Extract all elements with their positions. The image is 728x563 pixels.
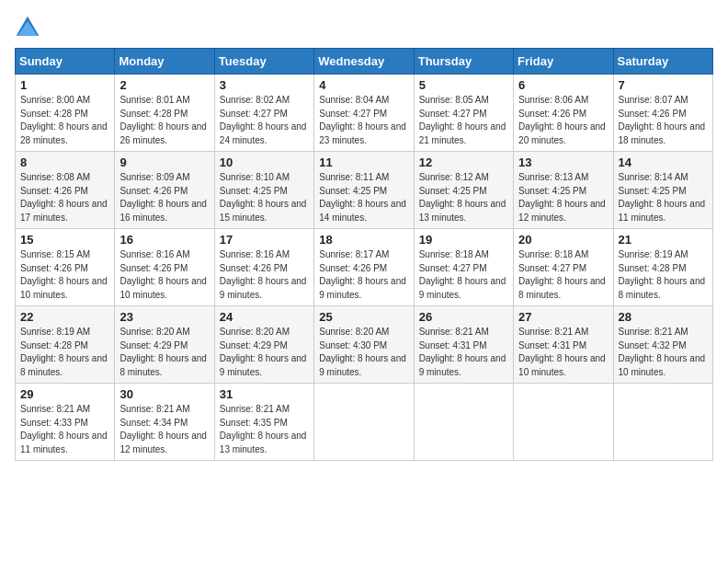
calendar-cell: 26Sunrise: 8:21 AMSunset: 4:31 PMDayligh… [414,306,513,384]
calendar-table: SundayMondayTuesdayWednesdayThursdayFrid… [15,48,713,461]
day-number: 23 [119,310,209,324]
day-info: Sunrise: 8:07 AMSunset: 4:26 PMDaylight:… [619,94,708,147]
calendar-cell [514,384,613,461]
day-info: Sunrise: 8:21 AMSunset: 4:31 PMDaylight:… [419,326,508,379]
calendar-cell: 3Sunrise: 8:02 AMSunset: 4:27 PMDaylight… [214,75,313,152]
day-number: 14 [619,155,708,169]
day-info: Sunrise: 8:01 AMSunset: 4:28 PMDaylight:… [119,94,209,147]
calendar-week-row: 15Sunrise: 8:15 AMSunset: 4:26 PMDayligh… [16,229,713,306]
calendar-header-monday: Monday [115,49,214,75]
calendar-cell: 22Sunrise: 8:19 AMSunset: 4:28 PMDayligh… [16,306,115,384]
calendar-cell: 4Sunrise: 8:04 AMSunset: 4:27 PMDaylight… [314,75,414,152]
calendar-cell: 21Sunrise: 8:19 AMSunset: 4:28 PMDayligh… [613,229,712,306]
day-info: Sunrise: 8:16 AMSunset: 4:26 PMDaylight:… [220,248,309,302]
day-info: Sunrise: 8:20 AMSunset: 4:30 PMDaylight:… [319,326,408,379]
calendar-cell: 14Sunrise: 8:14 AMSunset: 4:25 PMDayligh… [613,152,712,229]
day-number: 10 [220,155,309,169]
day-info: Sunrise: 8:00 AMSunset: 4:28 PMDaylight:… [20,94,109,147]
calendar-cell: 7Sunrise: 8:07 AMSunset: 4:26 PMDaylight… [613,75,712,152]
day-number: 28 [619,310,708,324]
calendar-cell: 8Sunrise: 8:08 AMSunset: 4:26 PMDaylight… [16,152,115,229]
day-number: 18 [319,233,408,247]
day-info: Sunrise: 8:12 AMSunset: 4:25 PMDaylight:… [419,171,508,224]
calendar-week-row: 8Sunrise: 8:08 AMSunset: 4:26 PMDaylight… [16,152,713,229]
calendar-cell: 29Sunrise: 8:21 AMSunset: 4:33 PMDayligh… [16,384,115,461]
day-info: Sunrise: 8:21 AMSunset: 4:35 PMDaylight:… [220,403,309,456]
day-number: 17 [220,233,309,247]
day-number: 8 [20,155,109,169]
calendar-cell: 28Sunrise: 8:21 AMSunset: 4:32 PMDayligh… [613,306,712,384]
calendar-cell: 27Sunrise: 8:21 AMSunset: 4:31 PMDayligh… [514,306,613,384]
day-number: 4 [319,78,408,92]
calendar-cell [613,384,712,461]
day-info: Sunrise: 8:04 AMSunset: 4:27 PMDaylight:… [319,94,408,147]
day-info: Sunrise: 8:11 AMSunset: 4:25 PMDaylight:… [319,171,408,224]
day-info: Sunrise: 8:21 AMSunset: 4:31 PMDaylight:… [518,326,608,379]
calendar-cell: 24Sunrise: 8:20 AMSunset: 4:29 PMDayligh… [214,306,313,384]
day-info: Sunrise: 8:10 AMSunset: 4:25 PMDaylight:… [220,171,309,224]
calendar-header-tuesday: Tuesday [214,49,313,75]
day-number: 21 [619,233,708,247]
calendar-cell: 25Sunrise: 8:20 AMSunset: 4:30 PMDayligh… [314,306,414,384]
calendar-cell: 20Sunrise: 8:18 AMSunset: 4:27 PMDayligh… [514,229,613,306]
day-info: Sunrise: 8:21 AMSunset: 4:34 PMDaylight:… [119,403,209,456]
calendar-cell: 5Sunrise: 8:05 AMSunset: 4:27 PMDaylight… [414,75,513,152]
calendar-cell: 30Sunrise: 8:21 AMSunset: 4:34 PMDayligh… [115,384,214,461]
day-number: 29 [20,387,109,401]
calendar-header-sunday: Sunday [16,49,115,75]
day-number: 22 [20,310,109,324]
logo [15,15,44,40]
calendar-cell: 2Sunrise: 8:01 AMSunset: 4:28 PMDaylight… [115,75,214,152]
day-number: 13 [518,155,608,169]
calendar-cell [414,384,513,461]
day-number: 30 [119,387,209,401]
day-info: Sunrise: 8:02 AMSunset: 4:27 PMDaylight:… [220,94,309,147]
calendar-week-row: 22Sunrise: 8:19 AMSunset: 4:28 PMDayligh… [16,306,713,384]
day-info: Sunrise: 8:21 AMSunset: 4:33 PMDaylight:… [20,403,109,456]
calendar-cell: 19Sunrise: 8:18 AMSunset: 4:27 PMDayligh… [414,229,513,306]
day-info: Sunrise: 8:17 AMSunset: 4:26 PMDaylight:… [319,248,408,302]
calendar-week-row: 29Sunrise: 8:21 AMSunset: 4:33 PMDayligh… [16,384,713,461]
calendar-cell: 12Sunrise: 8:12 AMSunset: 4:25 PMDayligh… [414,152,513,229]
calendar-header-saturday: Saturday [613,49,712,75]
day-number: 7 [619,78,708,92]
calendar-header-row: SundayMondayTuesdayWednesdayThursdayFrid… [16,49,713,75]
day-info: Sunrise: 8:05 AMSunset: 4:27 PMDaylight:… [419,94,508,147]
calendar-cell: 11Sunrise: 8:11 AMSunset: 4:25 PMDayligh… [314,152,414,229]
day-number: 11 [319,155,408,169]
calendar-cell: 10Sunrise: 8:10 AMSunset: 4:25 PMDayligh… [214,152,313,229]
day-info: Sunrise: 8:19 AMSunset: 4:28 PMDaylight:… [619,248,708,302]
day-info: Sunrise: 8:13 AMSunset: 4:25 PMDaylight:… [518,171,608,224]
day-number: 16 [119,233,209,247]
day-info: Sunrise: 8:18 AMSunset: 4:27 PMDaylight:… [419,248,508,302]
calendar-cell: 1Sunrise: 8:00 AMSunset: 4:28 PMDaylight… [16,75,115,152]
day-number: 19 [419,233,508,247]
day-number: 9 [119,155,209,169]
calendar-cell: 15Sunrise: 8:15 AMSunset: 4:26 PMDayligh… [16,229,115,306]
day-info: Sunrise: 8:06 AMSunset: 4:26 PMDaylight:… [518,94,608,147]
day-info: Sunrise: 8:08 AMSunset: 4:26 PMDaylight:… [20,171,109,224]
day-number: 24 [220,310,309,324]
day-number: 12 [419,155,508,169]
calendar-cell: 9Sunrise: 8:09 AMSunset: 4:26 PMDaylight… [115,152,214,229]
day-number: 5 [419,78,508,92]
day-number: 31 [220,387,309,401]
day-info: Sunrise: 8:20 AMSunset: 4:29 PMDaylight:… [119,326,209,379]
calendar-cell: 13Sunrise: 8:13 AMSunset: 4:25 PMDayligh… [514,152,613,229]
calendar-cell: 23Sunrise: 8:20 AMSunset: 4:29 PMDayligh… [115,306,214,384]
day-number: 25 [319,310,408,324]
page-header [15,15,713,40]
calendar-cell [314,384,414,461]
day-number: 3 [220,78,309,92]
day-info: Sunrise: 8:18 AMSunset: 4:27 PMDaylight:… [518,248,608,302]
calendar-header-wednesday: Wednesday [314,49,414,75]
day-number: 2 [119,78,209,92]
calendar-header-thursday: Thursday [414,49,513,75]
calendar-header-friday: Friday [514,49,613,75]
logo-icon [15,15,40,40]
day-number: 15 [20,233,109,247]
day-info: Sunrise: 8:21 AMSunset: 4:32 PMDaylight:… [619,326,708,379]
calendar-cell: 17Sunrise: 8:16 AMSunset: 4:26 PMDayligh… [214,229,313,306]
day-info: Sunrise: 8:09 AMSunset: 4:26 PMDaylight:… [119,171,209,224]
calendar-cell: 31Sunrise: 8:21 AMSunset: 4:35 PMDayligh… [214,384,313,461]
